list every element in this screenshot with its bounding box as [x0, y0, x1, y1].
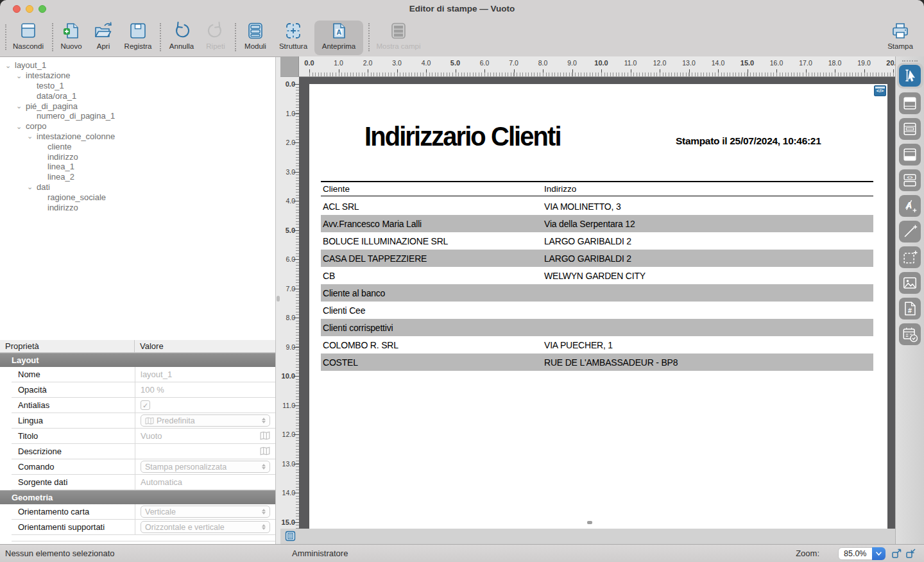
property-row-opacita: Opacità 100 %: [12, 382, 275, 398]
ruler-label: 4.0: [286, 197, 295, 205]
line-tool[interactable]: [899, 221, 921, 243]
tree-item[interactable]: data/ora_1: [0, 90, 275, 101]
shrink-window-icon[interactable]: [905, 548, 916, 559]
tree-item[interactable]: ⌄ layout_1: [0, 60, 275, 71]
layout-section-header[interactable]: Layout: [0, 353, 275, 367]
ripeti-label: Ripeti: [206, 42, 225, 50]
chevron-down-icon[interactable]: ⌄: [16, 72, 26, 79]
property-row-nome: Nome layout_1: [12, 367, 275, 382]
chevron-down-icon[interactable]: ⌄: [27, 183, 37, 190]
sidebar-drag-handle: [902, 60, 918, 62]
rectangle-tool[interactable]: [899, 246, 921, 268]
preview-page: </> Indirizzario Clienti Stampato il 25/…: [309, 84, 887, 529]
structure-icon: [284, 21, 303, 40]
tree-item[interactable]: testo_1: [0, 81, 275, 91]
struttura-button[interactable]: Struttura: [273, 21, 313, 55]
script-badge-icon[interactable]: </>: [874, 85, 886, 96]
pointer-tool-icon: [900, 66, 920, 85]
body-band-icon: [900, 119, 920, 139]
ruler-label: 1.0: [286, 110, 295, 117]
comando-dropdown[interactable]: Stampa personalizzata: [141, 461, 270, 473]
image-tool[interactable]: [899, 272, 921, 294]
anteprima-button[interactable]: A Anteprima: [314, 21, 363, 55]
orientamento-carta-dropdown[interactable]: Verticale: [141, 506, 270, 518]
apri-button[interactable]: Apri: [89, 21, 117, 55]
toolbar-separator: [52, 23, 53, 51]
text-tool[interactable]: A: [899, 195, 921, 217]
lingua-dropdown[interactable]: Predefinita: [141, 414, 270, 427]
window-title: Editor di stampe — Vuoto: [0, 4, 924, 13]
ripeti-button[interactable]: Ripeti: [201, 21, 230, 55]
calendar-clock-icon: [900, 325, 920, 344]
chevron-down-icon[interactable]: ⌄: [5, 62, 15, 69]
select-tool[interactable]: [899, 65, 921, 87]
ruler-ticks: [309, 72, 894, 76]
chevron-down-icon[interactable]: ⌄: [16, 123, 26, 130]
expand-window-icon[interactable]: [891, 548, 902, 559]
mostra-campi-button[interactable]: Mostra campi: [371, 21, 426, 55]
stampa-button[interactable]: Stampa: [882, 21, 919, 55]
scrollbar-thumb[interactable]: [587, 521, 592, 524]
orientamenti-supportati-dropdown[interactable]: Orizzontale e verticale: [141, 521, 270, 533]
script-section-tool[interactable]: <>: [899, 169, 921, 191]
toolbar-separator: [368, 23, 370, 51]
ruler-label: 10.0: [282, 372, 295, 380]
tree-item[interactable]: ⌄ intestazione: [0, 71, 275, 81]
mostra-campi-label: Mostra campi: [376, 42, 420, 50]
anteprima-label: Anteprima: [322, 42, 355, 50]
chevron-down-icon[interactable]: ⌄: [16, 103, 26, 109]
tree-item[interactable]: cliente: [0, 141, 275, 151]
ruler-label: 2.0: [286, 139, 295, 146]
descrizione-field[interactable]: [135, 444, 275, 459]
table-row: CB WELWYN GARDEN CITY: [321, 267, 873, 284]
nuovo-button[interactable]: Nuovo: [56, 21, 87, 55]
localization-map-icon: [260, 431, 270, 440]
annulla-button[interactable]: Annulla: [164, 21, 200, 55]
tree-item[interactable]: numero_di_pagina_1: [0, 111, 275, 121]
redo-icon: [206, 21, 225, 40]
toolbar-separator: [160, 23, 161, 51]
scrollbar-thumb[interactable]: [277, 296, 280, 302]
body-section-tool[interactable]: [899, 118, 921, 140]
footer-section-tool[interactable]: [899, 144, 921, 166]
footer-band-icon: [900, 145, 920, 164]
tree-item[interactable]: ragione_sociale: [0, 192, 275, 202]
sorgente-field[interactable]: Automatica: [135, 475, 275, 490]
tree-item[interactable]: indirizzo: [0, 151, 275, 162]
antialias-checkbox[interactable]: ✓: [141, 400, 150, 410]
titolo-field[interactable]: Vuoto: [135, 429, 275, 443]
tree-item[interactable]: ⌄ corpo: [0, 121, 275, 132]
tree-item[interactable]: indirizzo: [0, 202, 275, 212]
tree-item[interactable]: linea_1: [0, 162, 275, 172]
tree-item-label: ragione_sociale: [47, 192, 106, 202]
tree-item-label: layout_1: [15, 60, 46, 70]
tree-item[interactable]: linea_2: [0, 172, 275, 182]
app-window: Editor di stampe — Vuoto Nascondi Nuovo: [0, 0, 924, 562]
tree-item[interactable]: ⌄ dati: [0, 182, 275, 192]
cell-indirizzo: Via della Serpentara 12: [542, 219, 873, 229]
nome-field[interactable]: layout_1: [135, 367, 275, 382]
page-view-icon[interactable]: [285, 531, 296, 541]
number-field-tool[interactable]: #: [899, 298, 921, 319]
preview-canvas: </> Indirizzario Clienti Stampato il 25/…: [299, 77, 895, 529]
cell-cliente: Clienti corrispettivi: [321, 323, 542, 333]
registra-button[interactable]: Registra: [119, 21, 157, 55]
property-label: Sorgente dati: [12, 475, 135, 490]
properties-header: Proprietà Valore: [0, 340, 275, 353]
datetime-field-tool[interactable]: [899, 323, 921, 345]
opacita-field[interactable]: 100 %: [135, 382, 275, 397]
header-section-tool[interactable]: [899, 92, 921, 114]
moduli-button[interactable]: Moduli: [239, 21, 272, 55]
chevron-down-icon[interactable]: ⌄: [27, 133, 37, 139]
tree-item[interactable]: ⌄ intestazione_colonne: [0, 132, 275, 142]
nascondi-button[interactable]: Nascondi: [9, 21, 47, 55]
table-row: COLOMBO R. SRL VIA PUECHER, 1: [321, 336, 873, 353]
tree-item[interactable]: ⌄ pié_di_pagina: [0, 101, 275, 111]
zoom-select[interactable]: 85.0%: [838, 547, 886, 560]
report-table-header: Cliente Indirizzo: [321, 181, 873, 196]
geometria-section-header[interactable]: Geometria: [0, 490, 275, 504]
chevron-down-icon: [872, 547, 886, 560]
tree-item-label: numero_di_pagina_1: [37, 111, 115, 121]
status-bar: Nessun elemento selezionato Amministrato…: [0, 544, 924, 562]
cell-cliente: ACL SRL: [321, 201, 542, 212]
